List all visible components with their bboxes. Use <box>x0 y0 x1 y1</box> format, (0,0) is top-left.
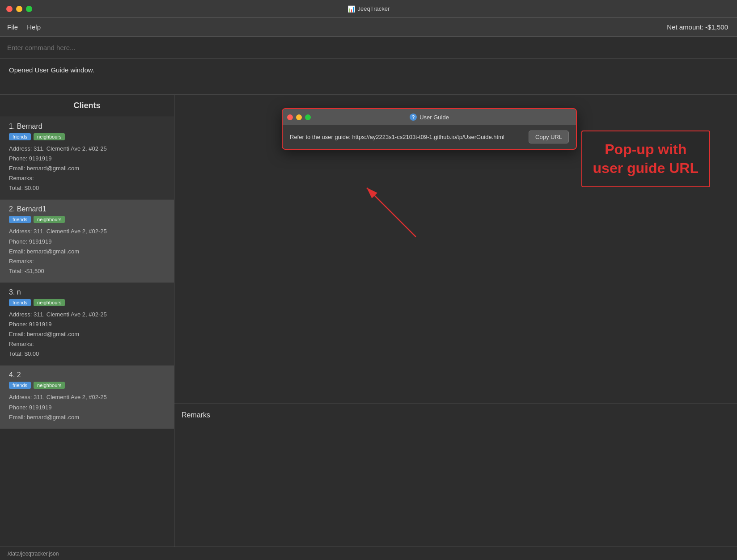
app-icon: 📊 <box>347 5 355 13</box>
menu-help[interactable]: Help <box>27 23 41 31</box>
dialog-close-button[interactable] <box>287 114 293 120</box>
client-phone: Phone: 9191919 <box>9 237 165 247</box>
dialog-content: Refer to the user guide: https://ay2223s… <box>283 125 576 149</box>
client-detail: Address: 311, Clementi Ave 2, #02-25 Pho… <box>9 310 165 359</box>
status-bar: ./data/jeeqtracker.json <box>0 547 737 560</box>
tag-neighbours: neighbours <box>34 133 65 140</box>
remarks-section: Remarks <box>174 404 737 547</box>
client-address: Address: 311, Clementi Ave 2, #02-25 <box>9 392 165 402</box>
client-address: Address: 311, Clementi Ave 2, #02-25 <box>9 227 165 236</box>
client-total: Total: $0.00 <box>9 349 165 359</box>
client-tags: friends neighbours <box>9 382 165 389</box>
annotation-text: Pop-up with user guide URL <box>593 140 699 177</box>
client-detail: Address: 311, Clementi Ave 2, #02-25 Pho… <box>9 144 165 193</box>
client-email: Email: bernard@gmail.com <box>9 329 165 339</box>
client-name-text: Bernard <box>17 122 42 130</box>
tag-neighbours: neighbours <box>34 382 65 389</box>
dialog-titlebar: ? User Guide <box>283 109 576 125</box>
client-remarks: Remarks: <box>9 257 165 266</box>
client-item[interactable]: 4. 2 friends neighbours Address: 311, Cl… <box>0 366 174 429</box>
user-guide-dialog[interactable]: ? User Guide Refer to the user guide: ht… <box>282 108 577 150</box>
client-item[interactable]: 2. Bernard1 friends neighbours Address: … <box>0 200 174 282</box>
command-bar <box>0 37 737 59</box>
minimize-button[interactable] <box>16 6 22 12</box>
question-icon: ? <box>410 114 417 121</box>
client-phone: Phone: 9191919 <box>9 154 165 164</box>
client-remarks: Remarks: <box>9 173 165 183</box>
status-bar-path: ./data/jeeqtracker.json <box>6 551 59 557</box>
client-item[interactable]: 1. Bernard friends neighbours Address: 3… <box>0 117 174 200</box>
menu-file[interactable]: File <box>7 23 18 31</box>
client-phone: Phone: 9191919 <box>9 320 165 329</box>
command-input[interactable] <box>7 44 730 51</box>
client-name-text: n <box>17 288 21 296</box>
window-controls <box>6 6 32 12</box>
client-name: 2. Bernard1 <box>9 205 165 213</box>
close-button[interactable] <box>6 6 13 12</box>
client-name: 4. 2 <box>9 371 165 379</box>
sidebar[interactable]: Clients 1. Bernard friends neighbours Ad… <box>0 95 174 547</box>
client-index: 1. <box>9 122 17 130</box>
client-name-text: Bernard1 <box>17 205 47 213</box>
client-email: Email: bernard@gmail.com <box>9 164 165 173</box>
client-address: Address: 311, Clementi Ave 2, #02-25 <box>9 310 165 320</box>
client-detail: Address: 311, Clementi Ave 2, #02-25 Pho… <box>9 227 165 276</box>
dialog-minimize-button[interactable] <box>296 114 302 120</box>
dialog-title-text: User Guide <box>419 114 449 121</box>
status-message: Opened User Guide window. <box>9 66 94 74</box>
maximize-button[interactable] <box>26 6 32 12</box>
app-title: JeeqTracker <box>358 5 390 12</box>
dialog-maximize-button[interactable] <box>305 114 311 120</box>
client-detail: Address: 311, Clementi Ave 2, #02-25 Pho… <box>9 392 165 422</box>
client-phone: Phone: 9191919 <box>9 403 165 413</box>
dialog-url-text: Refer to the user guide: https://ay2223s… <box>290 134 523 140</box>
title-bar: 📊 JeeqTracker <box>0 0 737 18</box>
menu-bar-left: File Help <box>7 23 41 31</box>
annotation-box: Pop-up with user guide URL <box>581 131 710 187</box>
sidebar-header: Clients <box>0 95 174 117</box>
client-index: 2. <box>9 205 17 213</box>
dialog-title: ? User Guide <box>410 114 449 121</box>
client-item[interactable]: 3. n friends neighbours Address: 311, Cl… <box>0 283 174 366</box>
client-tags: friends neighbours <box>9 299 165 306</box>
right-panel: ? User Guide Refer to the user guide: ht… <box>174 95 737 547</box>
client-index: 4. <box>9 371 17 379</box>
tag-friends: friends <box>9 216 31 223</box>
client-index: 3. <box>9 288 17 296</box>
client-address: Address: 311, Clementi Ave 2, #02-25 <box>9 144 165 154</box>
tag-neighbours: neighbours <box>34 216 65 223</box>
client-email: Email: bernard@gmail.com <box>9 413 165 422</box>
main-layout: Clients 1. Bernard friends neighbours Ad… <box>0 95 737 547</box>
client-tags: friends neighbours <box>9 133 165 140</box>
client-total: Total: -$1,500 <box>9 266 165 276</box>
copy-url-button[interactable]: Copy URL <box>529 131 569 143</box>
annotation-container: Pop-up with user guide URL <box>581 131 710 187</box>
client-total: Total: $0.00 <box>9 183 165 193</box>
menu-bar: File Help Net amount: -$1,500 <box>0 18 737 37</box>
tag-friends: friends <box>9 299 31 306</box>
app-title-text: 📊 JeeqTracker <box>347 5 390 13</box>
client-email: Email: bernard@gmail.com <box>9 247 165 257</box>
status-area: Opened User Guide window. <box>0 59 737 95</box>
client-remarks: Remarks: <box>9 339 165 349</box>
dialog-controls <box>287 114 311 120</box>
remarks-title: Remarks <box>182 411 730 419</box>
tag-neighbours: neighbours <box>34 299 65 306</box>
client-name: 3. n <box>9 288 165 296</box>
tag-friends: friends <box>9 382 31 389</box>
client-tags: friends neighbours <box>9 216 165 223</box>
net-amount: Net amount: -$1,500 <box>667 23 728 31</box>
client-name: 1. Bernard <box>9 122 165 131</box>
tag-friends: friends <box>9 133 31 140</box>
client-name-text: 2 <box>17 371 21 379</box>
